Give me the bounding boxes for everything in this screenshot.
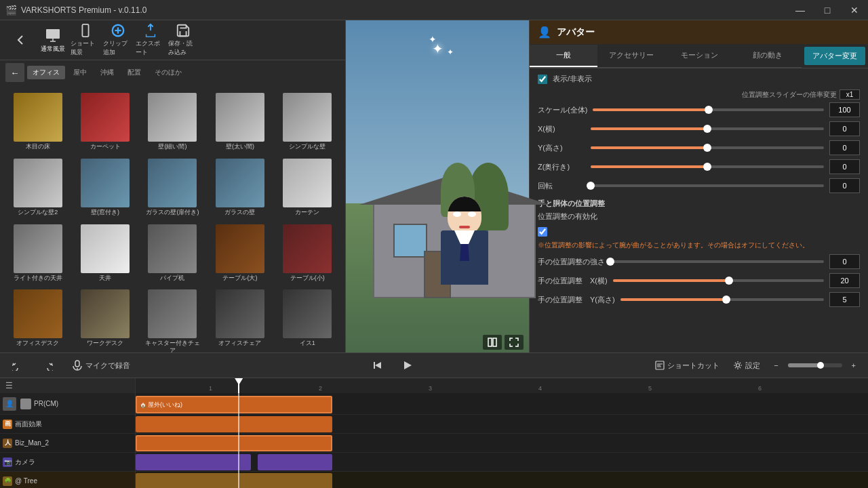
category-tab-okinawa[interactable]: 沖縄 (95, 66, 119, 79)
slider-hand-x-value[interactable]: 20 (829, 273, 860, 288)
item-carpet[interactable]: カーペット (73, 90, 137, 153)
tab-accessory[interactable]: アクセサリー (597, 45, 665, 67)
clip-bizman[interactable] (136, 435, 332, 451)
track-label-camera[interactable]: 📷 カメラ (0, 453, 135, 472)
item-label-chair1: イス1 (300, 340, 315, 347)
slider-hand-y-value[interactable]: 5 (829, 292, 860, 307)
toolbar-btn-normal-scene[interactable]: 通常風景 (38, 23, 68, 57)
slider-y-thumb[interactable] (703, 144, 711, 152)
slider-hand-x-thumb[interactable] (725, 277, 733, 285)
item-chair1[interactable]: イス1 (275, 287, 340, 352)
slider-x-thumb[interactable] (703, 125, 711, 133)
slider-hand-strength-thumb[interactable] (606, 258, 614, 266)
item-window-wall[interactable]: 壁(窓付き) (73, 156, 137, 219)
item-table-big[interactable]: テーブル(大) (208, 222, 272, 285)
position-enable-checkbox[interactable] (538, 227, 547, 237)
slider-hand-strength-track[interactable] (610, 260, 824, 263)
slider-rotation-thumb[interactable] (587, 182, 595, 190)
settings-button[interactable]: 設定 (729, 359, 764, 372)
tab-face[interactable]: 顔の動き (734, 45, 802, 67)
play-button[interactable] (398, 356, 417, 375)
toolbar-btn-clip-add[interactable]: クリップ追加 (103, 23, 133, 57)
toolbar-btn-save[interactable]: 保存・読み込み (168, 23, 198, 57)
item-glass-wall[interactable]: ガラスの壁 (208, 156, 272, 219)
slider-x-value[interactable]: 0 (829, 121, 860, 136)
redo-button[interactable] (38, 358, 57, 373)
tab-general[interactable]: 一般 (530, 45, 597, 67)
track-label-prcm[interactable]: 👤 PR(CM) (0, 393, 135, 415)
slider-rotation-track[interactable] (591, 184, 824, 187)
toolbar-btn-back[interactable] (5, 23, 35, 57)
slider-x-track[interactable] (591, 127, 824, 130)
avatar-content: 表示/非表示 位置調整スライダーの倍率変更 x1 スケール(全体) 100 X(… (530, 68, 868, 352)
slider-hand-y-fill (620, 298, 726, 301)
prcm-icon (20, 399, 31, 409)
clip-prcm[interactable]: 🏠 屋外(いいね) (136, 396, 332, 413)
avatar-header: 👤 アバター (530, 20, 868, 44)
mic-record-button[interactable]: マイクで録音 (68, 358, 134, 373)
category-tab-office[interactable]: オフィス (27, 66, 65, 79)
slider-scale-value[interactable]: 100 (829, 102, 860, 117)
clip-screeneffect[interactable] (136, 416, 332, 432)
track-label-bizman[interactable]: 人 Biz_Man_2 (0, 434, 135, 453)
toolbar-btn-export[interactable]: エクスポート (136, 23, 165, 57)
clip-camera-2[interactable] (258, 454, 332, 470)
toolbar-btn-short-scene[interactable]: ショート風景 (71, 23, 100, 57)
show-hide-checkbox[interactable] (538, 75, 547, 84)
clip-camera-1[interactable] (136, 454, 251, 470)
zoom-slider-thumb[interactable] (817, 362, 824, 369)
close-button[interactable]: ✕ (841, 0, 868, 20)
category-tab-indoor[interactable]: 屋中 (68, 66, 92, 79)
slider-hand-x-track[interactable] (613, 279, 824, 282)
item-thumb-work-desk (81, 289, 130, 338)
slider-z-value[interactable]: 0 (829, 159, 860, 174)
tab-motion[interactable]: モーション (666, 45, 734, 67)
slider-hand-y-thumb[interactable] (722, 296, 730, 304)
item-caster-chair[interactable]: キャスター付きチェア (140, 287, 205, 352)
zoom-in-button[interactable]: + (848, 360, 860, 371)
track-name-screeneffect: 画面効果 (15, 420, 42, 429)
shortcut-button[interactable]: ショートカット (651, 359, 724, 372)
category-tab-layout[interactable]: 配置 (122, 66, 146, 79)
slider-y-track[interactable] (591, 146, 824, 149)
maximize-button[interactable]: □ (814, 0, 841, 20)
item-table-small[interactable]: テーブル(小) (275, 222, 340, 285)
item-simple-wall2[interactable]: シンプルな壁2 (5, 156, 70, 219)
undo-button[interactable] (8, 358, 27, 373)
prev-button[interactable] (368, 356, 387, 375)
item-office-desk[interactable]: オフィスデスク (5, 287, 70, 352)
clip-tree[interactable] (136, 473, 332, 488)
slider-scale-thumb[interactable] (705, 106, 713, 114)
track-label-screeneffect[interactable]: 画 画面効果 (0, 415, 135, 434)
avatar-change-button[interactable]: アバター変更 (804, 47, 865, 65)
track-label-tree[interactable]: 🌳 @ Tree (0, 472, 135, 488)
preview-fullscreen-btn[interactable] (505, 335, 524, 350)
category-back-button[interactable]: ← (5, 63, 24, 82)
item-pipe-desk[interactable]: パイプ机 (140, 222, 205, 285)
timeline-expand[interactable]: ☰ (5, 381, 13, 390)
slider-hand-y-track[interactable] (620, 298, 824, 301)
item-wood-floor[interactable]: 木目の床 (5, 90, 70, 153)
item-light-ceiling[interactable]: ライト付きの天井 (5, 222, 70, 285)
slider-hand-strength-value[interactable]: 0 (829, 254, 860, 269)
slider-rotation-value[interactable]: 0 (829, 178, 860, 193)
item-wall-wide[interactable]: 壁(太い間) (208, 90, 272, 153)
item-curtain[interactable]: カーテン (275, 156, 340, 219)
item-simple-wall[interactable]: シンプルな壁 (275, 90, 340, 153)
slider-scale-track[interactable] (593, 108, 824, 111)
item-glass-wall-blinds[interactable]: ガラスの壁(扉付き) (140, 156, 205, 219)
slider-y-value[interactable]: 0 (829, 140, 860, 155)
zoom-slider[interactable] (788, 363, 842, 367)
item-wall-narrow[interactable]: 壁(細い間) (140, 90, 205, 153)
category-tab-other[interactable]: そのほか (149, 66, 187, 79)
track-labels: 👤 PR(CM) 画 画面効果 人 Biz_Man_2 📷 カメラ (0, 393, 136, 488)
item-work-desk[interactable]: ワークデスク (73, 287, 137, 352)
zoom-out-button[interactable]: − (770, 360, 782, 371)
slider-z-thumb[interactable] (703, 163, 711, 171)
slider-hand-y-label: 手の位置調整 Y(高さ) (538, 295, 615, 305)
item-office-chair[interactable]: オフィスチェア (208, 287, 272, 352)
item-ceiling[interactable]: 天井 (73, 222, 137, 285)
slider-z-track[interactable] (591, 165, 824, 168)
minimize-button[interactable]: — (787, 0, 814, 20)
preview-split-btn[interactable] (483, 335, 502, 350)
